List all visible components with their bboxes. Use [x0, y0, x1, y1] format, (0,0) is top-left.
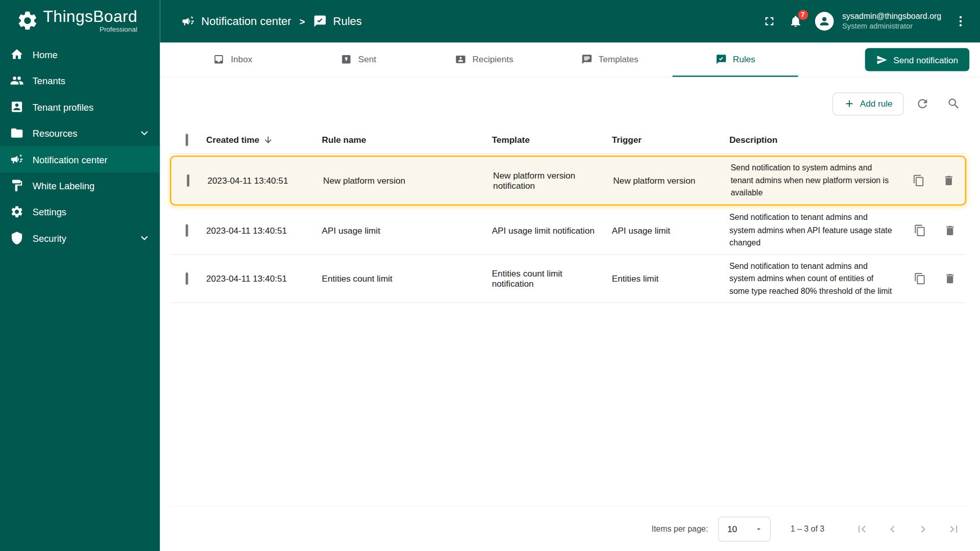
breadcrumb-notification-center[interactable]: Notification center: [181, 14, 291, 28]
delete-rule-button[interactable]: [944, 272, 956, 285]
column-header-rule-name[interactable]: Rule name: [322, 135, 492, 145]
rule-icon: [716, 54, 727, 65]
user-email: sysadmin@thingsboard.org: [842, 11, 941, 22]
user-info: sysadmin@thingsboard.org System administ…: [842, 11, 941, 32]
tab-label: Recipients: [472, 54, 513, 64]
outbox-icon: [340, 54, 352, 65]
copy-rule-button[interactable]: [914, 224, 926, 236]
send-notification-label: Send notification: [893, 55, 958, 65]
row-checkbox[interactable]: [186, 272, 188, 285]
table-row[interactable]: 2023-04-11 13:40:51 API usage limit API …: [170, 207, 966, 255]
home-icon: [10, 47, 24, 61]
user-role: System administrator: [842, 21, 941, 31]
tab-inbox[interactable]: Inbox: [170, 42, 296, 77]
tabs: Inbox Sent Recipients Templates Rules: [170, 42, 798, 77]
copy-icon: [914, 224, 926, 236]
next-page-button[interactable]: [911, 516, 936, 541]
first-page-button[interactable]: [849, 516, 874, 541]
cell-created-time: 2023-04-11 13:40:51: [206, 273, 322, 284]
cell-created-time: 2023-04-11 13:40:51: [206, 226, 322, 236]
select-all-checkbox[interactable]: [186, 133, 188, 145]
sidebar-item-resources[interactable]: Resources: [0, 120, 160, 146]
sidebar-item-label: Settings: [33, 207, 66, 217]
row-actions: [904, 224, 966, 236]
sidebar-item-white-labeling[interactable]: White Labeling: [0, 172, 160, 198]
chevron-left-icon: [886, 522, 899, 536]
fullscreen-icon: [762, 14, 776, 28]
delete-rule-button[interactable]: [944, 224, 956, 236]
row-checkbox[interactable]: [187, 174, 189, 187]
kebab-menu-icon: [954, 14, 968, 28]
refresh-button[interactable]: [910, 91, 935, 116]
cell-template: New platform version notification: [493, 171, 613, 191]
tab-sent[interactable]: Sent: [296, 42, 421, 77]
sidebar-item-label: Resources: [33, 128, 78, 138]
sidebar-item-tenants[interactable]: Tenants: [0, 67, 160, 93]
notifications-button[interactable]: 7: [789, 14, 802, 28]
plus-icon: [844, 98, 855, 109]
row-checkbox[interactable]: [186, 224, 188, 236]
sidebar-item-home[interactable]: Home: [0, 41, 160, 67]
copy-icon: [914, 272, 926, 285]
paint-icon: [10, 179, 24, 192]
cell-rule-name: New platform version: [323, 176, 493, 186]
breadcrumb-parent-label: Notification center: [201, 15, 291, 28]
cell-template: API usage limit notification: [492, 226, 612, 236]
cell-rule-name: Entities count limit: [322, 273, 492, 284]
last-page-button[interactable]: [941, 516, 966, 541]
rule-icon: [313, 14, 327, 28]
column-label: Created time: [206, 135, 259, 145]
shield-icon: [10, 231, 24, 245]
row-actions: [904, 272, 966, 285]
table-row[interactable]: 2023-04-11 13:40:51 New platform version…: [170, 156, 966, 206]
fullscreen-button[interactable]: [762, 14, 776, 28]
brand-edition: Professional: [100, 26, 137, 33]
sidebar-item-label: White Labeling: [33, 180, 95, 191]
send-notification-button[interactable]: Send notification: [865, 48, 969, 71]
copy-rule-button[interactable]: [913, 174, 925, 187]
more-menu-button[interactable]: [954, 14, 968, 28]
table-row[interactable]: 2023-04-11 13:40:51 Entities count limit…: [170, 255, 966, 303]
paginator: Items per page: 10 1 – 3 of 3: [170, 506, 966, 551]
add-rule-button[interactable]: Add rule: [832, 92, 904, 115]
column-header-trigger: Trigger: [612, 135, 729, 145]
people-icon: [10, 73, 24, 87]
search-button[interactable]: [941, 91, 966, 116]
breadcrumb: Notification center > Rules: [181, 14, 362, 28]
page-size-select[interactable]: 10: [718, 516, 771, 541]
last-page-icon: [947, 522, 961, 536]
megaphone-icon: [181, 14, 195, 28]
sidebar-item-settings[interactable]: Settings: [0, 198, 160, 224]
column-header-created-time[interactable]: Created time: [206, 135, 322, 145]
delete-rule-button[interactable]: [943, 174, 955, 187]
trash-icon: [943, 174, 955, 187]
cell-template: Entities count limit notification: [492, 269, 612, 289]
tab-templates[interactable]: Templates: [547, 42, 672, 77]
search-icon: [947, 97, 961, 111]
cell-description: Send notification to system admins and t…: [730, 162, 902, 199]
cell-trigger: API usage limit: [612, 226, 729, 236]
breadcrumb-rules[interactable]: Rules: [313, 14, 362, 28]
page-range-label: 1 – 3 of 3: [791, 524, 824, 533]
breadcrumb-current-label: Rules: [333, 15, 361, 28]
trash-icon: [944, 224, 956, 236]
sidebar-item-security[interactable]: Security: [0, 225, 160, 251]
paginator-nav: [849, 516, 966, 541]
inbox-icon: [213, 54, 225, 65]
refresh-icon: [916, 97, 929, 111]
previous-page-button[interactable]: [880, 516, 905, 541]
brand-logo[interactable]: ThingsBoard Professional: [0, 0, 160, 41]
top-header: Notification center > Rules 7: [160, 0, 980, 42]
app-root: ThingsBoard Professional Home Tenants Te…: [0, 0, 980, 551]
sidebar-item-notification-center[interactable]: Notification center: [0, 146, 160, 172]
user-avatar[interactable]: [815, 12, 834, 31]
trash-icon: [944, 272, 956, 285]
cell-trigger: New platform version: [613, 176, 730, 186]
tab-rules[interactable]: Rules: [673, 42, 798, 77]
sidebar-item-tenant-profiles[interactable]: Tenant profiles: [0, 94, 160, 120]
add-rule-label: Add rule: [860, 98, 893, 109]
copy-rule-button[interactable]: [914, 272, 926, 285]
chevron-right-icon: [916, 522, 930, 536]
tab-recipients[interactable]: Recipients: [421, 42, 547, 77]
notification-count-badge: 7: [798, 10, 808, 20]
